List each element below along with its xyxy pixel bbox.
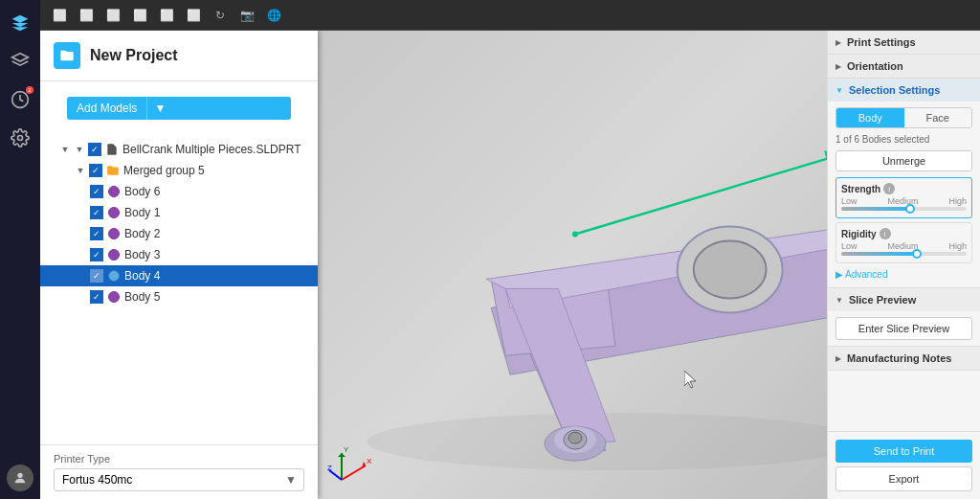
sidebar-icon-settings[interactable] (5, 123, 35, 153)
selection-settings-title: Selection Settings (849, 84, 940, 96)
file-icon (104, 142, 120, 157)
avatar[interactable] (7, 465, 33, 491)
toolbar-icon-1[interactable]: ⬜ (48, 4, 71, 27)
printer-section: Printer Type Fortus 450mc ▼ (40, 444, 318, 499)
checkbox-body2[interactable]: ✓ (90, 227, 103, 240)
unmerge-button[interactable]: Unmerge (835, 150, 972, 171)
strength-medium: Medium (887, 196, 918, 206)
checkbox-body6[interactable]: ✓ (90, 185, 103, 198)
toolbar-icon-3[interactable]: ⬜ (101, 4, 124, 27)
rigidity-label: Rigidity (841, 229, 877, 239)
manufacturing-notes-title: Manufacturing Notes (847, 352, 951, 364)
body4-icon (106, 268, 122, 284)
strength-fill (841, 207, 910, 211)
strength-info-icon[interactable]: i (883, 183, 895, 194)
orientation-header[interactable]: ▶ Orientation (828, 55, 980, 78)
sidebar-icon-clock[interactable]: 2 (5, 84, 35, 115)
sidebar-icon-cube[interactable] (5, 8, 35, 38)
tree-item-merged[interactable]: ▼ ✓ Merged group 5 (40, 160, 318, 181)
tree-item-body3[interactable]: ✓ Body 3 (40, 244, 318, 265)
checkbox-merged[interactable]: ✓ (89, 164, 102, 177)
strength-thumb[interactable] (905, 204, 915, 214)
toolbar-icon-6[interactable]: ⬜ (182, 4, 205, 27)
section-slice-preview: ▼ Slice Preview Enter Slice Preview (828, 288, 980, 347)
chevron-slice: ▼ (835, 296, 843, 305)
tree-item-body5[interactable]: ✓ Body 5 (40, 286, 318, 307)
tree-label-body2: Body 2 (124, 227, 160, 240)
toolbar-icon-globe[interactable]: 🌐 (262, 4, 285, 27)
sidebar-icon-layers[interactable] (5, 46, 35, 77)
selection-settings-header[interactable]: ▼ Selection Settings (828, 79, 980, 102)
advanced-link[interactable]: ▶ Advanced (835, 267, 972, 282)
project-title: New Project (90, 47, 178, 64)
export-button[interactable]: Export (835, 466, 972, 491)
tree-label-body5: Body 5 (124, 290, 160, 304)
enter-slice-preview-button[interactable]: Enter Slice Preview (835, 317, 972, 340)
face-toggle-button[interactable]: Face (904, 108, 972, 127)
rigidity-info-icon[interactable]: i (880, 228, 891, 239)
project-header: New Project (40, 31, 318, 81)
toolbar-icon-4[interactable]: ⬜ (128, 4, 151, 27)
toolbar-icon-2[interactable]: ⬜ (75, 4, 98, 27)
project-icon (54, 42, 80, 69)
chevron-print: ▶ (835, 38, 841, 47)
section-selection-settings: ▼ Selection Settings Body Face 1 of 6 Bo… (828, 79, 980, 288)
svg-text:Y: Y (344, 445, 349, 454)
tree-label-merged: Merged group 5 (123, 164, 205, 177)
rigidity-label-row: Rigidity i (841, 228, 967, 239)
body5-icon (106, 289, 122, 305)
checkbox-body4[interactable]: ✓ (90, 269, 103, 283)
toolbar-icon-rotate[interactable]: ↻ (209, 4, 232, 27)
toolbar-icon-camera[interactable]: 📷 (235, 4, 258, 27)
add-models-container: Add Models ▼ (54, 89, 304, 127)
checkbox-body1[interactable]: ✓ (90, 206, 103, 219)
rigidity-thumb[interactable] (912, 249, 922, 259)
content-row: New Project Add Models ▼ ▼ ▼ ✓ B (40, 31, 980, 499)
rigidity-markers: Low Medium High (841, 241, 967, 251)
chevron-manufacturing: ▶ (835, 354, 841, 363)
body3-icon (106, 247, 122, 262)
strength-label-row: Strength i (841, 183, 967, 194)
rigidity-slider-section: Rigidity i Low Medium High (835, 222, 972, 263)
toolbar-icon-5[interactable]: ⬜ (155, 4, 178, 27)
svg-point-17 (572, 232, 578, 238)
strength-track (841, 207, 967, 211)
axes-indicator: X Y Z (327, 442, 375, 489)
slice-preview-header[interactable]: ▼ Slice Preview (828, 288, 980, 311)
tree-item-root[interactable]: ▼ ▼ ✓ BellCrank Multiple Pieces.SLDPRT (40, 139, 318, 160)
project-panel: New Project Add Models ▼ ▼ ▼ ✓ B (40, 31, 318, 499)
manufacturing-notes-header[interactable]: ▶ Manufacturing Notes (828, 347, 980, 370)
add-models-button[interactable]: Add Models ▼ (67, 97, 291, 120)
rigidity-fill (841, 252, 917, 256)
svg-point-14 (568, 432, 582, 443)
top-toolbar: ⬜ ⬜ ⬜ ⬜ ⬜ ⬜ ↻ 📷 🌐 (40, 0, 980, 31)
checkbox-root[interactable]: ✓ (88, 143, 101, 156)
expand-icon-root2: ▼ (74, 144, 85, 155)
svg-point-2 (17, 473, 22, 478)
body2-icon (106, 226, 122, 241)
tree-item-body1[interactable]: ✓ Body 1 (40, 202, 318, 223)
bottom-buttons: Send to Print Export (828, 431, 980, 499)
strength-high: High (948, 196, 967, 206)
checkbox-body3[interactable]: ✓ (90, 248, 103, 261)
tree-item-body2[interactable]: ✓ Body 2 (40, 223, 318, 244)
chevron-advanced: ▶ (835, 269, 843, 280)
chevron-orientation: ▶ (835, 62, 841, 71)
add-models-dropdown-arrow[interactable]: ▼ (146, 97, 172, 120)
svg-text:Z: Z (327, 464, 332, 472)
tree-item-body6[interactable]: ✓ Body 6 (40, 181, 318, 202)
printer-select[interactable]: Fortus 450mc (54, 468, 304, 491)
send-to-print-button[interactable]: Send to Print (835, 440, 972, 463)
print-settings-header[interactable]: ▶ Print Settings (828, 31, 980, 54)
slice-preview-title: Slice Preview (849, 294, 916, 306)
tree-item-body4[interactable]: ✓ Body 4 (40, 265, 318, 286)
section-manufacturing-notes: ▶ Manufacturing Notes (828, 347, 980, 371)
viewport[interactable]: X Y Z (318, 31, 827, 499)
left-sidebar: 2 (0, 0, 40, 499)
svg-point-1 (18, 136, 23, 141)
checkbox-body5[interactable]: ✓ (90, 290, 103, 304)
3d-model-svg (318, 31, 827, 499)
section-print-settings: ▶ Print Settings (828, 31, 980, 55)
strength-markers: Low Medium High (841, 196, 967, 206)
body-toggle-button[interactable]: Body (836, 108, 904, 127)
